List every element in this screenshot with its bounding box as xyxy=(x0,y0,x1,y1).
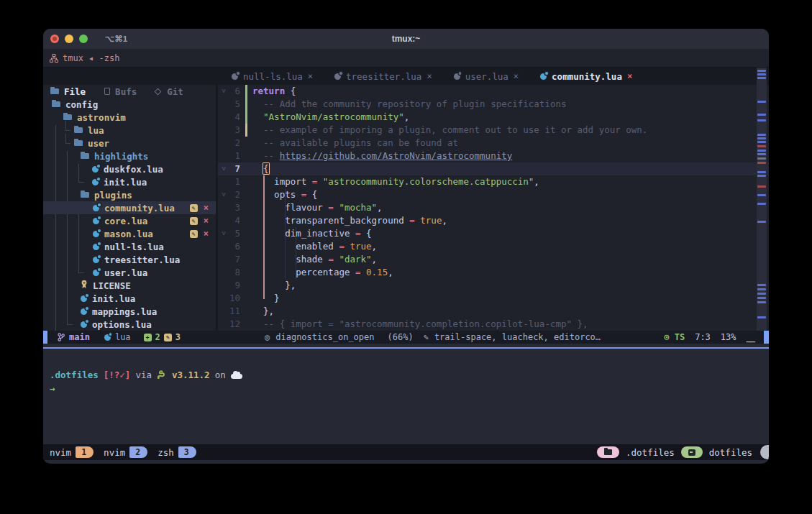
tree-item-duskfox.lua[interactable]: duskfox.lua xyxy=(43,162,216,175)
buffer-tab-community.lua[interactable]: community.lua× xyxy=(529,68,643,85)
zoom-window-icon[interactable] xyxy=(79,35,88,43)
tmux-session-icon xyxy=(50,54,58,63)
lua-file-icon xyxy=(93,270,99,276)
line-number: 11 xyxy=(229,305,245,318)
unsaved-close-icon[interactable]: × xyxy=(204,229,209,239)
prompt-directory: .dotfiles xyxy=(50,370,99,380)
git-modified-icon: ✎ xyxy=(164,334,172,341)
git-added-count: 2 xyxy=(155,332,160,342)
neotree-tab-file[interactable]: File xyxy=(50,86,86,97)
close-buffer-icon[interactable]: × xyxy=(514,71,519,81)
prompt-char: → xyxy=(50,383,55,394)
tree-item-label: duskfox.lua xyxy=(104,164,163,175)
starship-prompt: .dotfiles [!?✓] via v3.11.2 on xyxy=(50,369,769,382)
token: = xyxy=(334,241,350,252)
treesitter-label: TS xyxy=(675,332,685,342)
code-editor[interactable]: ˅6return {5 -- Add the community reposit… xyxy=(218,85,769,331)
code-line: 4 "AstroNvim/astrocommunity", xyxy=(218,111,769,124)
buffer-tab-null-ls.lua[interactable]: null-ls.lua× xyxy=(221,68,324,85)
close-buffer-icon[interactable]: × xyxy=(627,71,632,81)
buffers-icon xyxy=(104,88,110,95)
minimap-mark xyxy=(757,119,766,121)
minimap-mark xyxy=(757,171,766,173)
minimap-mark xyxy=(757,162,766,164)
tmux-window-zsh-3[interactable]: zsh3 xyxy=(158,446,196,458)
filetype-label: lua xyxy=(115,332,131,342)
tree-item-core.lua[interactable]: core.lua✎× xyxy=(43,214,216,227)
minimap-mark xyxy=(757,316,766,318)
buffer-tab-treesitter.lua[interactable]: treesitter.lua× xyxy=(324,68,443,85)
neotree-tab-git[interactable]: Git xyxy=(155,86,183,97)
code-text: import = "astrocommunity.colorscheme.cat… xyxy=(247,175,539,188)
tree-item-user[interactable]: user xyxy=(43,137,216,150)
minimap-mark xyxy=(757,194,766,196)
terminal-tab-title[interactable]: tmux ◂ -zsh xyxy=(63,53,119,63)
tmux-window-nvim-1[interactable]: nvim1 xyxy=(50,446,93,458)
token xyxy=(252,241,296,252)
minimize-window-icon[interactable] xyxy=(65,35,73,43)
token xyxy=(252,111,263,122)
tree-item-label: init.lua xyxy=(104,177,147,188)
tree-item-label: init.lua xyxy=(92,293,135,304)
token xyxy=(252,267,296,277)
tmux-window-nvim-2[interactable]: nvim2 xyxy=(104,446,147,458)
token xyxy=(252,202,285,213)
line-number: 12 xyxy=(229,318,245,331)
fold-marker-icon[interactable]: ˅ xyxy=(218,85,229,98)
code-text: dim_inactive = { xyxy=(247,227,372,240)
tree-item-highlights[interactable]: highlights xyxy=(43,150,216,162)
fold-marker-icon[interactable]: ˅ xyxy=(218,162,229,175)
token: enabled xyxy=(296,241,334,252)
minimap-mark xyxy=(757,145,766,147)
prompt-git-status: [!?✓] xyxy=(104,370,131,380)
close-buffer-icon[interactable]: × xyxy=(308,71,313,81)
scrollbar-minimap[interactable] xyxy=(757,68,767,331)
line-number: 1 xyxy=(229,150,245,162)
token: = xyxy=(350,228,366,239)
unsaved-close-icon[interactable]: × xyxy=(204,203,209,213)
unsaved-close-icon[interactable]: × xyxy=(204,216,209,226)
tree-item-plugins[interactable]: plugins xyxy=(43,188,216,201)
folder-icon xyxy=(604,449,612,455)
tree-item-user.lua[interactable]: user.lua xyxy=(43,266,216,279)
tree-item-null-ls.lua[interactable]: null-ls.lua xyxy=(43,240,216,253)
tree-item-mappings.lua[interactable]: mappings.lua xyxy=(43,305,216,318)
tree-item-astronvim[interactable]: astronvim xyxy=(43,111,216,124)
token: -- { import = "astrocommunity.completion… xyxy=(252,318,588,329)
code-text: }, xyxy=(247,279,296,292)
tmux-window-name: nvim xyxy=(50,447,71,458)
minimap-mark xyxy=(757,157,766,160)
fold-marker-icon[interactable]: ˅ xyxy=(218,188,229,201)
code-text: opts = { xyxy=(247,188,317,201)
buffer-tab-user.lua[interactable]: user.lua× xyxy=(443,68,529,85)
shell-pane[interactable]: .dotfiles [!?✓] via v3.11.2 on → xyxy=(43,349,769,395)
close-buffer-icon[interactable]: × xyxy=(426,71,432,81)
tree-item-lua[interactable]: lua xyxy=(43,124,216,137)
tree-item-config[interactable]: config xyxy=(43,98,216,111)
code-text: -- example of imporing a plugin, comment… xyxy=(247,124,647,137)
tree-item-init.lua[interactable]: init.lua xyxy=(43,292,216,305)
fold-marker-icon[interactable]: ˅ xyxy=(218,227,229,240)
tree-item-community.lua[interactable]: community.lua✎× xyxy=(43,201,216,214)
code-line: 7 shade = "dark", xyxy=(218,253,769,266)
tree-item-init.lua[interactable]: init.lua xyxy=(43,175,216,188)
tree-item-label: LICENSE xyxy=(93,280,131,291)
lua-file-icon xyxy=(81,321,87,328)
terminal-icon xyxy=(688,449,695,456)
tree-item-label: highlights xyxy=(94,151,148,162)
close-window-icon[interactable] xyxy=(50,35,59,43)
code-line: 1 -- https://github.com/AstroNvim/astroc… xyxy=(218,150,769,162)
cursor-block: { xyxy=(263,162,270,175)
token: dim_inactive xyxy=(285,228,350,239)
git-branch-segment[interactable]: main xyxy=(58,332,90,342)
cursor-position: 7:3 xyxy=(695,332,711,342)
tree-item-treesitter.lua[interactable]: treesitter.lua xyxy=(43,253,216,266)
code-line: 3 flavour = "mocha", xyxy=(218,201,769,214)
tree-item-LICENSE[interactable]: LICENSE xyxy=(43,279,216,292)
line-number: 7 xyxy=(229,253,245,266)
tree-item-mason.lua[interactable]: mason.lua✎× xyxy=(43,227,216,240)
folder-icon xyxy=(50,88,59,94)
tree-item-options.lua[interactable]: options.lua xyxy=(43,318,216,331)
folder-icon xyxy=(74,140,83,146)
neotree-tab-bufs[interactable]: Bufs xyxy=(104,86,137,97)
